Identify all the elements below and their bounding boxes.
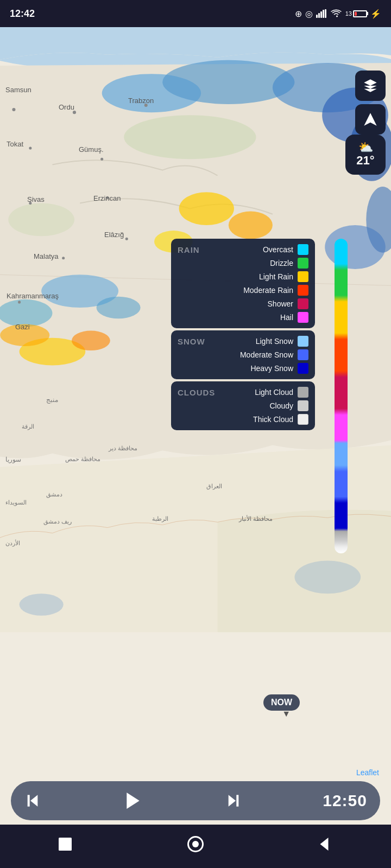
svg-point-14	[179, 192, 234, 225]
snow-legend-section: SNOW Light Snow Moderate Snow Heavy Snow	[171, 330, 315, 379]
now-arrow: ▼	[282, 709, 291, 719]
light-rain-label: Light Rain	[205, 272, 298, 281]
light-snow-label: Light Snow	[205, 337, 298, 346]
shower-label: Shower	[205, 299, 298, 308]
home-button[interactable]	[186, 834, 205, 854]
playback-time: 12:50	[323, 792, 367, 810]
light-rain-swatch	[298, 271, 308, 282]
legend-item-cloudy: Cloudy	[215, 400, 308, 411]
legend-item-light-rain: Light Rain	[205, 271, 308, 282]
right-buttons	[355, 71, 386, 135]
moderate-rain-swatch	[298, 285, 308, 296]
svg-point-30	[29, 147, 31, 150]
svg-marker-38	[30, 795, 37, 806]
svg-rect-42	[236, 795, 238, 806]
forward-icon	[225, 792, 242, 809]
charging-icon: ⚡	[370, 9, 381, 19]
rain-section-label: RAIN	[178, 244, 205, 254]
layers-icon	[363, 78, 378, 93]
clouds-section-label: CLOUDS	[178, 387, 215, 397]
clouds-legend-items: Light Cloud Cloudy Thick Cloud	[215, 387, 308, 425]
legend-item-light-cloud: Light Cloud	[215, 387, 308, 398]
svg-point-29	[144, 104, 148, 107]
legend-item-moderate-snow: Moderate Snow	[205, 349, 308, 360]
svg-marker-37	[364, 113, 376, 125]
weather-widget[interactable]: ⛅ 21°	[345, 135, 386, 175]
svg-rect-4	[325, 9, 326, 18]
heavy-snow-swatch	[298, 363, 308, 374]
drizzle-swatch	[298, 258, 308, 269]
legend-item-thick-cloud: Thick Cloud	[215, 414, 308, 425]
thick-cloud-swatch	[298, 414, 308, 425]
light-cloud-label: Light Cloud	[215, 388, 298, 397]
hail-label: Hail	[205, 313, 298, 322]
notification-icon-2: ◎	[305, 9, 313, 19]
playback-bar[interactable]: 12:50	[11, 781, 380, 820]
layers-button[interactable]	[355, 71, 386, 101]
svg-point-32	[29, 202, 31, 205]
svg-point-6	[124, 115, 256, 159]
rain-legend-items: Overcast Drizzle Light Rain Moderate Rai…	[205, 244, 308, 323]
location-button[interactable]	[355, 104, 386, 135]
snow-legend-items: Light Snow Moderate Snow Heavy Snow	[205, 336, 308, 374]
svg-point-33	[106, 196, 109, 199]
rewind-button[interactable]	[24, 792, 41, 809]
heavy-snow-label: Heavy Snow	[205, 364, 298, 373]
svg-point-19	[97, 297, 141, 319]
legend-panel: RAIN Overcast Drizzle Light Rain Moderat…	[171, 239, 315, 430]
svg-marker-46	[320, 838, 329, 851]
svg-rect-1	[318, 13, 320, 18]
overcast-label: Overcast	[205, 245, 298, 254]
svg-rect-0	[316, 15, 318, 18]
svg-point-31	[100, 158, 103, 161]
svg-point-7	[8, 203, 74, 236]
signal-icon	[316, 9, 327, 18]
snow-section-label: SNOW	[178, 336, 205, 346]
light-snow-swatch	[298, 336, 308, 347]
svg-point-21	[0, 324, 49, 346]
svg-rect-43	[59, 838, 72, 851]
status-time: 12:42	[10, 8, 35, 20]
stop-button[interactable]	[55, 834, 75, 854]
svg-marker-41	[228, 795, 235, 806]
legend-item-heavy-snow: Heavy Snow	[205, 363, 308, 374]
location-icon	[363, 112, 378, 127]
legend-item-shower: Shower	[205, 298, 308, 309]
svg-point-27	[12, 108, 15, 111]
moderate-rain-label: Moderate Rain	[205, 286, 298, 295]
svg-point-22	[72, 331, 110, 350]
svg-point-28	[73, 111, 76, 114]
legend-item-hail: Hail	[205, 312, 308, 323]
now-badge: NOW	[263, 694, 300, 711]
legend-item-drizzle: Drizzle	[205, 258, 308, 269]
svg-point-26	[294, 560, 361, 593]
stop-icon	[55, 834, 75, 854]
moderate-snow-swatch	[298, 349, 308, 360]
thick-cloud-label: Thick Cloud	[215, 415, 298, 424]
svg-marker-40	[127, 793, 139, 809]
status-icons: ⊕ ◎ 13 ⚡	[295, 9, 381, 19]
light-cloud-swatch	[298, 387, 308, 398]
forward-button[interactable]	[225, 792, 242, 809]
svg-rect-3	[323, 10, 324, 18]
hail-swatch	[298, 312, 308, 323]
clouds-legend-section: CLOUDS Light Cloud Cloudy Thick Cloud	[171, 381, 315, 430]
svg-point-35	[125, 238, 128, 240]
play-button[interactable]	[122, 790, 144, 812]
back-icon	[316, 834, 336, 854]
battery-indicator: 13	[345, 10, 367, 17]
svg-rect-2	[320, 11, 322, 18]
bottom-nav	[0, 825, 391, 868]
leaflet-credit: Leaflet	[356, 768, 379, 777]
rewind-icon	[24, 792, 41, 809]
play-icon	[122, 790, 144, 812]
overcast-swatch	[298, 244, 308, 255]
back-button[interactable]	[316, 834, 336, 854]
color-bar	[335, 239, 348, 553]
moderate-snow-label: Moderate Snow	[205, 350, 298, 359]
svg-point-15	[229, 212, 273, 239]
home-circle-icon	[186, 834, 205, 854]
svg-point-36	[18, 301, 21, 303]
shower-swatch	[298, 298, 308, 309]
cloudy-label: Cloudy	[215, 401, 298, 410]
